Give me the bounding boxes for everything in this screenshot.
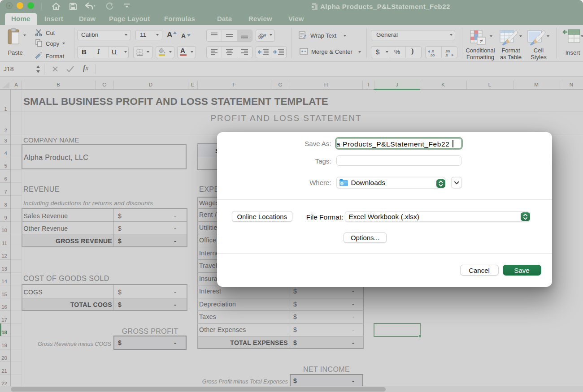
svg-text:.0: .0: [431, 49, 434, 53]
svg-text:≠: ≠: [479, 38, 483, 44]
svg-text:.00: .00: [430, 53, 435, 57]
svg-text:.00: .00: [445, 49, 450, 53]
svg-text:X: X: [312, 5, 314, 9]
svg-text:.0: .0: [445, 53, 448, 57]
